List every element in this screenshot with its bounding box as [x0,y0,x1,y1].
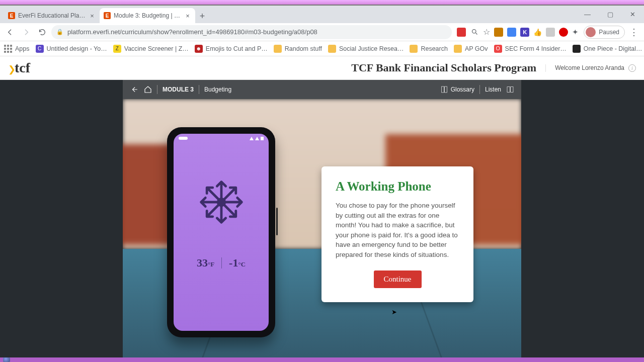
signal-icon [250,137,254,140]
dialog-card: A Working Phone You chose to pay for the… [321,166,473,302]
battery-icon [261,137,264,140]
desktop-top-edge [0,0,644,5]
ext-icon[interactable] [457,28,466,37]
svg-rect-1 [441,86,444,93]
bookmark-label: Untitled design - Yo… [47,45,107,52]
module-bar: MODULE 3 Budgeting Glossary Listen [123,80,521,99]
omnibox[interactable]: 🔒 platform.everfi.net/curriculum/show?en… [51,25,452,39]
bookmark-label: SEC Form 4 Insider… [505,45,567,52]
scene: 33°F -1°C A Working Phone You chose to p… [123,99,521,357]
apps-button[interactable]: Apps [4,45,30,53]
bookmark-label: One Piece - Digital… [584,45,642,52]
module-name: Budgeting [204,86,231,93]
back-button[interactable] [3,25,17,39]
svg-rect-3 [507,87,510,93]
tab-everfi[interactable]: E EverFi Educational Platform × [4,8,100,23]
bookmark-icon: ☻ [195,45,203,53]
tab-module3[interactable]: E Module 3: Budgeting | a08 × [100,8,195,23]
layout-toggle-button[interactable] [506,85,514,94]
wifi-icon [255,137,259,140]
temp-c-value: -1 [229,256,238,269]
temp-c-unit: °C [238,260,246,268]
tab-close-icon[interactable]: × [89,12,96,20]
module-back-button[interactable] [130,86,139,93]
tcf-header: ❯ tcf TCF Bank Financial Scholars Progra… [0,56,644,80]
bookmark-icon: Z [113,45,121,53]
avatar [586,27,596,37]
bookmark-item[interactable]: Research [410,45,448,53]
bookmark-item[interactable]: CUntitled design - Yo… [36,45,107,53]
bookmark-icon: O [494,45,502,53]
extensions-puzzle-icon[interactable]: ✦ [572,28,579,37]
ext-translate-icon[interactable] [507,28,516,37]
program-title: TCF Bank Financial Scholars Program [351,61,536,74]
svg-rect-4 [511,87,513,93]
svg-rect-2 [444,86,447,93]
maximize-button[interactable]: ▢ [599,6,621,23]
zoom-icon[interactable] [470,25,479,39]
tcf-logo[interactable]: ❯ tcf [8,60,30,76]
ext-icon[interactable] [546,28,555,37]
info-icon[interactable]: i [628,64,636,72]
folder-icon [274,45,282,53]
bookmark-label: Research [421,45,448,52]
listen-button[interactable]: Listen [485,86,501,93]
taskbar-edge [0,357,644,362]
continue-button[interactable]: Continue [374,270,422,288]
reload-button[interactable] [35,25,49,39]
tab-title: EverFi Educational Platform [18,12,86,19]
temperature-display: 33°F -1°C [197,256,246,269]
module-label: MODULE 3 [163,86,194,93]
chrome-menu-button[interactable]: ⋮ [627,27,641,38]
welcome-area: Welcome Lorenzo Aranda i [545,64,636,72]
temp-f-value: 33 [197,256,208,269]
tab-close-icon[interactable]: × [184,12,191,20]
bookmark-item[interactable]: One Piece - Digital… [573,45,642,53]
ext-icon[interactable]: 👍 [533,28,542,36]
dialog-body: You chose to pay for the phone yourself … [336,201,459,259]
module-home-button[interactable] [144,85,152,94]
bookmark-item[interactable]: ☻Emojis to Cut and P… [195,45,268,53]
ext-icon[interactable]: K [520,28,529,37]
listen-label: Listen [485,86,501,93]
extension-icons: ☆ K 👍 ✦ [454,25,582,39]
phone-screen: 33°F -1°C [174,134,269,331]
stage: MODULE 3 Budgeting Glossary Listen [123,80,521,357]
taskbar-app-icon[interactable] [3,357,10,362]
apps-label: Apps [15,45,30,52]
separator [157,85,157,94]
welcome-text: Welcome Lorenzo Aranda [555,64,624,71]
bookmark-bar: Apps CUntitled design - Yo… ZVaccine Scr… [0,41,644,56]
bookmark-item[interactable]: Social Justice Resea… [328,45,404,53]
minimize-button[interactable]: — [576,6,599,23]
folder-icon [328,45,336,53]
folder-icon [410,45,418,53]
mouse-cursor-icon: ➤ [391,308,397,316]
favicon-module: E [104,12,111,19]
bookmark-label: Vaccine Screener | Z… [124,45,189,52]
bookmark-item[interactable]: ZVaccine Screener | Z… [113,45,189,53]
glossary-button[interactable]: Glossary [440,85,474,94]
logo-text: tcf [15,60,30,76]
apps-icon [4,45,12,53]
bookmark-icon: C [36,45,44,53]
star-icon[interactable]: ☆ [483,27,490,37]
ext-icon[interactable] [494,28,503,37]
bookmark-item[interactable]: Random stuff [274,45,322,53]
bookmark-label: Random stuff [285,45,322,52]
tab-strip: E EverFi Educational Platform × E Module… [0,6,644,23]
close-window-button[interactable]: ✕ [621,6,644,23]
profile-chip[interactable]: Paused [584,26,625,39]
window-controls: — ▢ ✕ [576,6,644,23]
separator [479,85,480,94]
folder-icon [454,45,462,53]
url-text: platform.everfi.net/curriculum/show?enro… [67,28,317,36]
notch-pill [179,137,188,140]
bookmark-item[interactable]: AP GOv [454,45,488,53]
bookmark-label: Social Justice Resea… [339,45,404,52]
ext-abp-icon[interactable] [559,28,568,37]
snowflake-icon [197,178,246,226]
forward-button[interactable] [19,25,33,39]
bookmark-item[interactable]: OSEC Form 4 Insider… [494,45,567,53]
new-tab-button[interactable]: + [195,9,209,23]
